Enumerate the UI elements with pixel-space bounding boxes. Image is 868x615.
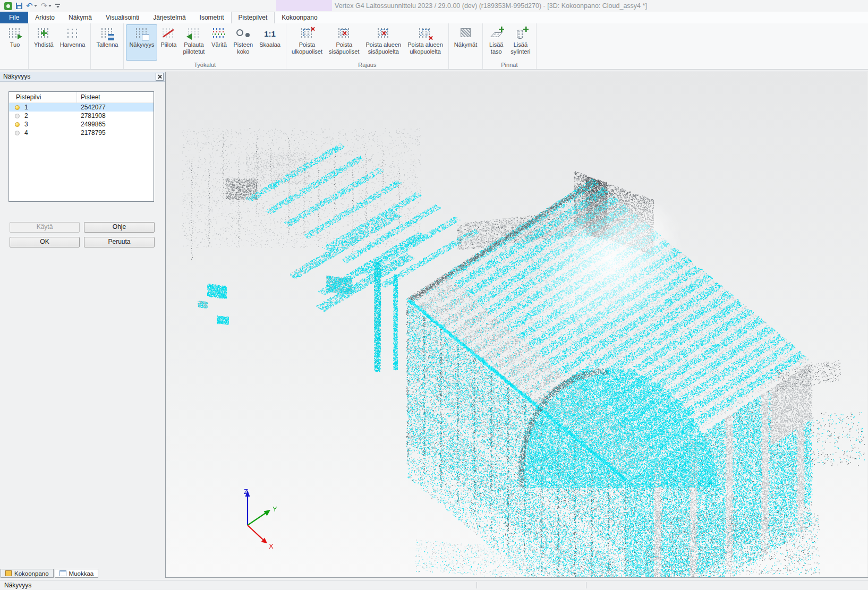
close-button[interactable] — [156, 73, 164, 81]
ribbon: Tuo Yhdistä Harvenna Tallenna Näkyvyys — [0, 23, 868, 70]
chevron-down-icon[interactable] — [34, 5, 37, 7]
ribbon-button-poista-ulkopuoliset[interactable]: Poista ulkopuoliset — [288, 24, 326, 61]
pointcloud-colorize-icon — [211, 27, 227, 40]
edit-sheet-icon — [59, 570, 66, 576]
ribbon-button-piilota[interactable]: Piilota — [157, 24, 180, 61]
ribbon-button-lisaa-sylinteri[interactable]: Lisää sylinteri — [507, 24, 533, 61]
scale-1-1-icon: 1:1 — [261, 27, 279, 40]
pointcloud-row-3[interactable]: 3 2499865 — [9, 120, 154, 129]
panel-title: Näkyvyys — [3, 73, 30, 80]
ok-button[interactable]: OK — [10, 237, 80, 247]
column-header-pistepilvi[interactable]: Pistepilvi — [9, 92, 77, 102]
tab-kokoonpano[interactable]: Kokoonpano — [275, 12, 324, 23]
application-window: ↶ ↷ Vertex G4 Laitossuunnittelu 2023 / 2… — [0, 0, 868, 615]
ribbon-button-nakyvyys[interactable]: Näkyvyys — [126, 24, 157, 61]
ribbon-button-tuo[interactable]: Tuo — [4, 24, 26, 61]
visibility-bulb-off-icon[interactable] — [15, 114, 20, 118]
ribbon-button-poista-alueen-ulkopuolelta[interactable]: Poista alueen ulkopuolelta — [404, 24, 446, 61]
orientation-triad: Z Y X — [224, 486, 299, 561]
visibility-bulb-off-icon[interactable] — [15, 131, 20, 135]
crop-area-outside-icon — [417, 27, 433, 40]
contextual-tab-group-highlight — [276, 0, 332, 11]
pointcloud-row-4[interactable]: 4 2178795 — [9, 129, 154, 137]
ribbon-button-yhdista[interactable]: Yhdistä — [31, 24, 57, 61]
tab-file[interactable]: File — [0, 12, 28, 23]
redo-icon: ↷ — [41, 2, 48, 10]
pointcloud-merge-icon — [36, 27, 52, 40]
pointcloud-list[interactable]: Pistepilvi Pisteet 1 2542077 2 2781908 3… — [8, 91, 154, 202]
pointcloud-row-2[interactable]: 2 2781908 — [9, 112, 154, 120]
undo-icon: ↶ — [26, 2, 33, 10]
ribbon-button-pisteen-koko[interactable]: Pisteen koko — [230, 24, 256, 61]
crop-outside-icon — [299, 27, 315, 40]
x-axis-label: X — [269, 542, 274, 550]
pointcloud-hide-icon — [160, 27, 176, 40]
red-x-icon — [342, 31, 347, 36]
ribbon-button-nakymat[interactable]: Näkymät — [451, 24, 480, 61]
panel-tab-muokkaa[interactable]: Muokkaa — [55, 569, 99, 578]
window-title: Vertex G4 Laitossuunnittelu 2023 / 29.0.… — [335, 2, 647, 10]
visibility-panel: Näkyvyys Pistepilvi Pisteet 1 2542077 2 … — [0, 72, 165, 578]
cancel-button[interactable]: Peruuta — [84, 237, 155, 247]
column-header-pisteet[interactable]: Pisteet — [77, 92, 100, 102]
list-header: Pistepilvi Pisteet — [9, 92, 154, 103]
statusbar-separator — [586, 582, 586, 588]
ribbon-group-rajaus: Poista ulkopuoliset Poista sisäpuoliset … — [286, 23, 449, 69]
y-axis-arrow-icon — [264, 510, 271, 516]
pointcloud-row-1[interactable]: 1 2542077 — [9, 103, 154, 112]
views-icon — [458, 27, 474, 40]
crop-area-inside-icon — [376, 27, 392, 40]
x-axis — [248, 525, 263, 540]
crop-inside-icon — [336, 27, 352, 40]
tab-arkisto[interactable]: Arkisto — [28, 12, 62, 23]
chevron-down-icon[interactable] — [48, 5, 52, 7]
ribbon-button-skaalaa[interactable]: 1:1 Skaalaa — [256, 24, 284, 61]
ribbon-button-poista-alueen-sisapuolelta[interactable]: Poista alueen sisäpuolelta — [362, 24, 404, 61]
chevron-down-icon — [56, 6, 59, 8]
tab-nakyma[interactable]: Näkymä — [62, 12, 99, 23]
add-cylinder-icon — [513, 27, 529, 40]
customize-toolbar-button[interactable] — [55, 4, 60, 8]
ribbon-button-tallenna[interactable]: Tallenna — [93, 24, 121, 61]
pointcloud-import-icon — [7, 27, 23, 40]
save-icon[interactable] — [16, 3, 22, 9]
visibility-bulb-on-icon[interactable] — [15, 122, 20, 127]
help-button[interactable]: Ohje — [84, 222, 155, 233]
panel-tab-kokoonpano[interactable]: Kokoonpano — [1, 569, 54, 578]
tab-isometrit[interactable]: Isometrit — [193, 12, 231, 23]
tab-visualisointi[interactable]: Visualisointi — [99, 12, 146, 23]
y-axis-label: Y — [273, 505, 277, 513]
close-icon — [158, 74, 161, 79]
ribbon-button-harvenna[interactable]: Harvenna — [57, 24, 89, 61]
assembly-icon — [5, 570, 12, 576]
ribbon-group-import: Tuo — [2, 23, 29, 69]
ribbon-button-poista-sisapuoliset[interactable]: Poista sisäpuoliset — [326, 24, 362, 61]
ribbon-button-palauta-piilotetut[interactable]: Palauta piilotetut — [180, 24, 208, 61]
redo-button[interactable]: ↷ — [41, 2, 52, 10]
quick-access-toolbar: ↶ ↷ — [4, 1, 60, 11]
3d-viewport: Z Y X — [165, 72, 868, 578]
tab-jarjestelma[interactable]: Järjestelmä — [146, 12, 192, 23]
bar-icon — [55, 4, 60, 5]
ribbon-button-varita[interactable]: Väritä — [208, 24, 230, 61]
ribbon-group-views: Näkymät — [449, 23, 483, 69]
panel-tab-bar: Kokoonpano Muokkaa — [1, 569, 98, 578]
group-label-rajaus: Rajaus — [286, 62, 448, 68]
undo-button[interactable]: ↶ — [26, 2, 37, 10]
statusbar-separator — [476, 582, 477, 588]
apply-button: Käytä — [10, 222, 80, 233]
y-axis — [248, 513, 266, 525]
tab-pistepilvet[interactable]: Pistepilvet — [231, 12, 275, 23]
group-label-tyokalut: Työkalut — [124, 62, 286, 68]
red-x-icon — [381, 31, 386, 36]
statusbar-text: Näkyvyys — [4, 582, 31, 589]
pointcloud-restore-icon — [186, 27, 202, 40]
ribbon-group-tyokalut: Näkyvyys Piilota Palauta piilotetut Väri… — [124, 23, 286, 69]
pointcloud-thin-icon — [65, 27, 81, 40]
visibility-bulb-on-icon[interactable] — [15, 105, 20, 110]
ribbon-group-merge: Yhdistä Harvenna — [29, 23, 91, 69]
ribbon-button-lisaa-taso[interactable]: Lisää taso — [485, 24, 507, 61]
pointcloud-save-icon — [99, 27, 115, 40]
statusbar: Näkyvyys — [0, 580, 868, 590]
vertex-logo-icon[interactable] — [4, 2, 12, 10]
